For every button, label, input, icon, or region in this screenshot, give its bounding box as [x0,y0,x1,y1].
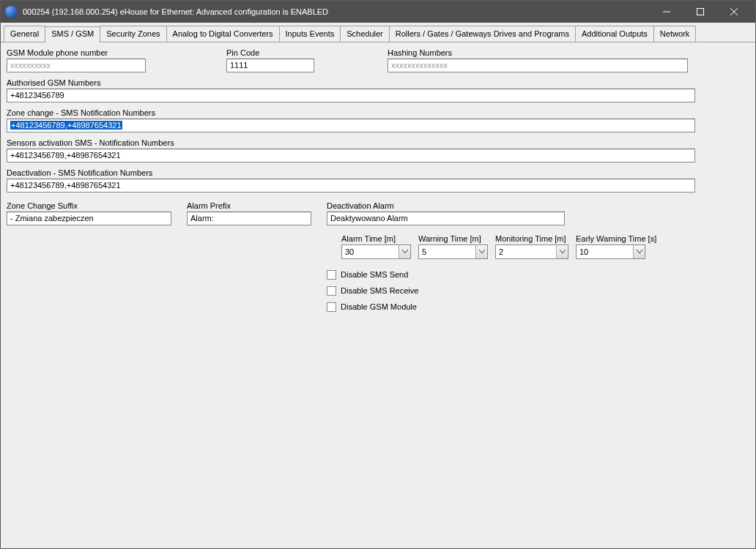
checkbox-label: Disable SMS Send [341,270,408,279]
chevron-down-icon [633,245,645,258]
label-alarm-time: Alarm Time [m] [341,234,411,243]
checkbox-label: Disable SMS Receive [341,286,418,295]
combo-early-warning[interactable]: 10 [576,244,645,259]
label-early-warning: Early Warning Time [s] [576,234,645,243]
app-window: 000254 (192.168.000.254) eHouse for Ethe… [0,0,756,549]
input-authorised[interactable]: +48123456789 [7,89,695,102]
checkbox-icon [327,302,336,312]
minimize-button[interactable] [650,1,683,23]
window-title: 000254 (192.168.000.254) eHouse for Ethe… [23,7,328,16]
input-sensors-notif[interactable]: +48123456789,+48987654321 [7,149,695,163]
chevron-down-icon [399,245,410,258]
input-deact-notif[interactable]: +48123456789,+48987654321 [7,179,695,193]
label-pin: Pin Code [226,48,388,57]
tab-panel-sms-gsm: GSM Module phone number xxxxxxxxxx Pin C… [1,42,755,548]
checkbox-disable-sms-send[interactable]: Disable SMS Send [327,266,749,283]
label-deact-notif: Deactivation - SMS Notification Numbers [7,168,749,177]
tab-general[interactable]: General [4,26,45,42]
maximize-button[interactable] [683,1,717,23]
input-gsm-phone[interactable]: xxxxxxxxxx [7,59,146,72]
tab-inputs-events[interactable]: Inputs Events [279,26,341,42]
label-authorised: Authorised GSM Numbers [7,78,749,87]
label-zone-suffix: Zone Change Suffix [7,201,175,210]
input-zone-suffix[interactable]: - Zmiana zabezpieczen [7,212,171,225]
close-button[interactable] [717,1,751,23]
input-pin[interactable]: 1111 [226,59,314,72]
label-gsm-phone: GSM Module phone number [7,48,226,57]
tab-security-zones[interactable]: Security Zones [100,26,166,42]
tab-rollers[interactable]: Rollers / Gates / Gateways Drives and Pr… [389,26,576,42]
label-zone-change-notif: Zone change - SMS Notification Numbers [7,108,749,117]
combo-monitoring-time[interactable]: 2 [495,244,568,259]
app-icon [5,6,17,18]
input-zone-change-notif[interactable]: +48123456789,+48987654321 [7,119,695,132]
checkbox-icon [327,270,336,280]
chevron-down-icon [475,245,487,258]
checkbox-disable-sms-receive[interactable]: Disable SMS Receive [327,283,749,299]
input-deact-alarm[interactable]: Deaktywowano Alarm [327,212,565,225]
label-sensors-notif: Sensors activation SMS - Notification Nu… [7,138,749,147]
combo-alarm-time[interactable]: 30 [341,244,411,259]
checkbox-label: Disable GSM Module [341,302,417,311]
tab-strip: General SMS / GSM Security Zones Analog … [1,23,755,42]
chevron-down-icon [556,245,568,258]
label-warning-time: Warning Time [m] [418,234,488,243]
tab-scheduler[interactable]: Scheduler [340,26,390,42]
checkbox-icon [327,286,336,296]
label-deact-alarm: Deactivation Alarm [327,201,568,210]
input-alarm-prefix[interactable]: Alarm: [187,212,311,225]
tab-additional-outputs[interactable]: Additional Outputs [575,26,654,42]
label-hashing: Hashing Numbers [388,48,695,57]
label-alarm-prefix: Alarm Prefix [187,201,315,210]
svg-rect-1 [697,9,704,15]
input-hashing[interactable]: xxxxxxxxxxxxxx [388,59,688,72]
title-bar: 000254 (192.168.000.254) eHouse for Ethe… [1,1,755,23]
tab-network[interactable]: Network [653,26,696,42]
checkbox-disable-gsm-module[interactable]: Disable GSM Module [327,299,749,315]
combo-warning-time[interactable]: 5 [418,244,488,259]
tab-sms-gsm[interactable]: SMS / GSM [45,26,100,42]
label-monitoring-time: Monitoring Time [m] [495,234,568,243]
tab-adc[interactable]: Analog to Digital Converters [166,26,280,42]
